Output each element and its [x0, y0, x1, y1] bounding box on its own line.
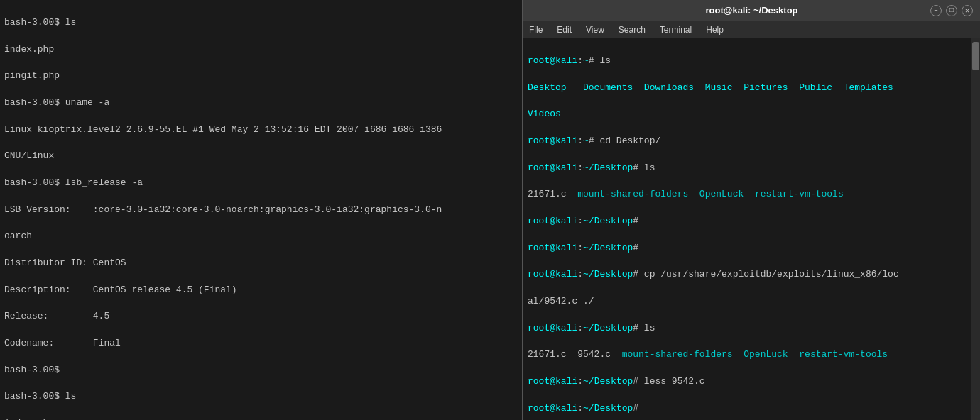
right-line-14: root@kali:~/Desktop# — [528, 402, 976, 416]
right-titlebar-title: root@kali: ~/Desktop — [573, 5, 930, 16]
left-line-15: bash-3.00$ ls — [4, 390, 518, 404]
right-line-9: root@kali:~/Desktop# cp /usr/share/explo… — [528, 268, 976, 282]
right-terminal: root@kali: ~/Desktop – □ ✕ File Edit Vie… — [522, 0, 980, 420]
left-line-1: bash-3.00$ ls — [4, 16, 518, 30]
menu-file[interactable]: File — [526, 25, 545, 35]
titlebar-controls: – □ ✕ — [930, 5, 973, 16]
left-line-9: oarch — [4, 230, 518, 243]
left-line-16: index.php — [4, 417, 518, 420]
right-line-11: root@kali:~/Desktop# ls — [528, 322, 976, 336]
left-line-8: LSB Version: :core-3.0-ia32:core-3.0-noa… — [4, 204, 518, 217]
left-line-5: Linux kioptrix.level2 2.6.9-55.EL #1 Wed… — [4, 123, 518, 137]
maximize-button[interactable]: □ — [946, 5, 957, 16]
menubar: File Edit View Search Terminal Help — [523, 21, 980, 38]
left-terminal: bash-3.00$ ls index.php pingit.php bash-… — [0, 0, 522, 420]
menu-help[interactable]: Help — [703, 25, 726, 35]
left-line-3: pingit.php — [4, 70, 518, 83]
left-line-4: bash-3.00$ uname -a — [4, 96, 518, 110]
left-line-7: bash-3.00$ lsb_release -a — [4, 177, 518, 190]
left-line-11: Description: CentOS release 4.5 (Final) — [4, 284, 518, 297]
right-line-10: al/9542.c ./ — [528, 295, 976, 309]
left-line-10: Distributor ID: CentOS — [4, 257, 518, 270]
left-line-2: index.php — [4, 43, 518, 57]
close-button[interactable]: ✕ — [962, 5, 973, 16]
left-line-13: Codename: Final — [4, 337, 518, 350]
right-terminal-content: root@kali:~# ls Desktop Documents Downlo… — [523, 38, 980, 420]
left-line-14: bash-3.00$ — [4, 364, 518, 377]
menu-terminal[interactable]: Terminal — [657, 25, 695, 35]
minimize-button[interactable]: – — [930, 5, 942, 16]
right-line-1: root@kali:~# ls — [528, 55, 976, 68]
scrollbar-thumb[interactable] — [972, 42, 979, 70]
menu-view[interactable]: View — [583, 25, 607, 35]
right-line-4: root@kali:~# cd Desktop/ — [528, 135, 976, 148]
right-content-area: root@kali:~# ls Desktop Documents Downlo… — [523, 38, 980, 420]
left-terminal-content: bash-3.00$ ls index.php pingit.php bash-… — [0, 0, 522, 420]
menu-edit[interactable]: Edit — [554, 25, 575, 35]
right-titlebar: root@kali: ~/Desktop – □ ✕ — [523, 0, 980, 21]
right-line-12: 21671.c 9542.c mount-shared-folders Open… — [528, 348, 976, 362]
right-line-3: Videos — [528, 108, 976, 121]
right-line-7: root@kali:~/Desktop# — [528, 215, 976, 228]
left-line-6: GNU/Linux — [4, 150, 518, 163]
right-line-2: Desktop Documents Downloads Music Pictur… — [528, 82, 976, 95]
left-line-12: Release: 4.5 — [4, 310, 518, 324]
right-line-13: root@kali:~/Desktop# less 9542.c — [528, 375, 976, 389]
right-line-5: root@kali:~/Desktop# ls — [528, 162, 976, 175]
right-line-6: 21671.c mount-shared-folders OpenLuck re… — [528, 188, 976, 201]
right-scrollbar[interactable] — [971, 38, 980, 420]
menu-search[interactable]: Search — [616, 25, 648, 35]
right-line-8: root@kali:~/Desktop# — [528, 242, 976, 255]
